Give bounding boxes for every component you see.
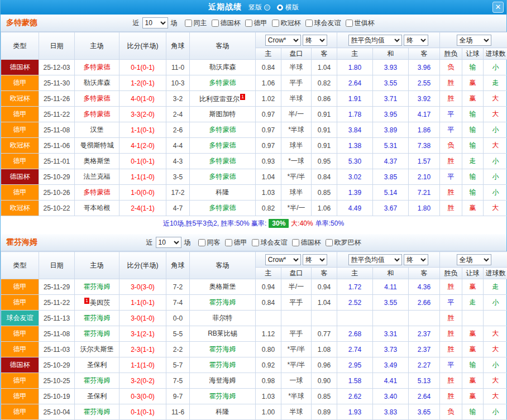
league-filter-checkbox[interactable]	[198, 239, 205, 246]
match-type-cell: 德甲	[1, 107, 39, 122]
league-filter[interactable]: 世俱杯	[346, 18, 375, 28]
match-count-select[interactable]: 10	[156, 237, 181, 248]
match-date-cell: 25-11-13	[39, 311, 75, 326]
league-filter[interactable]: 同客	[198, 238, 221, 247]
league-filter-checkbox[interactable]	[326, 239, 333, 246]
col-euro-draw: 和	[373, 48, 409, 60]
match-type-cell: 德甲	[1, 185, 39, 201]
euro-home-odds: 1.78	[337, 107, 373, 122]
home-team-name: 圣保利	[87, 361, 107, 369]
league-filter-checkbox[interactable]	[185, 20, 192, 27]
league-filter[interactable]: 德国杯	[292, 238, 321, 247]
away-team-cell: 多特蒙德	[190, 75, 256, 91]
euro-odds-select[interactable]: 胜平负均值	[348, 254, 402, 265]
corner-cell: 4-3	[166, 154, 190, 169]
handicap-line: *半球	[281, 389, 312, 404]
euro-draw-odds: 4.11	[373, 279, 409, 295]
score-cell: 4-1(2-0)	[119, 138, 166, 154]
col-euro-draw: 和	[373, 268, 409, 279]
handicap-home-odds: 0.80	[256, 342, 281, 357]
corner-cell: 9-7	[166, 389, 190, 404]
league-filter[interactable]: 德甲	[225, 238, 247, 247]
league-filter[interactable]: 欧罗巴杯	[326, 238, 361, 247]
league-filter[interactable]: 球会友谊	[252, 238, 288, 247]
home-team-name: 勒沃库森	[84, 79, 111, 87]
league-filter[interactable]: 球会友谊	[305, 18, 341, 28]
league-filter[interactable]: 欧冠杯	[272, 18, 301, 28]
win-rate-badge: 30%	[269, 219, 289, 228]
home-team-cell: 霍芬海姆	[75, 311, 119, 326]
league-filter-checkbox[interactable]	[305, 20, 313, 27]
corner-cell: 0-0	[166, 311, 190, 326]
away-team-name: 科隆	[216, 408, 229, 416]
corner-cell: 7-5	[166, 373, 190, 389]
league-filter-checkbox[interactable]	[252, 239, 259, 246]
layout-option-vertical[interactable]: 竖版	[248, 3, 270, 12]
vertical-radio[interactable]	[264, 4, 270, 11]
league-filter[interactable]: 德国杯	[212, 18, 241, 28]
corner-cell: 7-4	[166, 295, 190, 311]
layout-option-horizontal[interactable]: 横版	[277, 3, 299, 12]
home-team-cell: 多特蒙德	[75, 91, 119, 107]
team-section-0: 多特蒙德 近 10 场 同主德国杯德甲欧冠杯球会友谊世俱杯 类型 日期 主场	[1, 15, 506, 231]
euro-stage-select[interactable]: 终	[404, 254, 428, 265]
result-handicap: 输	[462, 169, 484, 185]
handicap-line: 平手	[281, 75, 312, 91]
odds-company-select[interactable]: Crow*	[265, 254, 301, 265]
league-filter-checkbox[interactable]	[346, 20, 353, 27]
away-team-cell: 霍芬海姆	[190, 357, 256, 373]
away-team-cell: 霍芬海姆	[190, 342, 256, 357]
handicap-home-odds	[256, 311, 281, 326]
league-filter[interactable]: 同主	[185, 18, 207, 28]
close-button[interactable]: ✕	[492, 2, 504, 13]
home-team-name: 沃尔夫斯堡	[80, 345, 114, 353]
result-wdl: 平	[440, 122, 462, 138]
handicap-home-odds: 1.04	[256, 169, 281, 185]
euro-home-odds: 5.30	[337, 154, 373, 169]
league-filter-checkbox[interactable]	[272, 20, 279, 27]
matches-label: 场	[184, 238, 191, 247]
away-team-name: 霍芬海姆	[209, 361, 236, 369]
result-goals: 小	[484, 169, 507, 185]
match-type-cell: 欧冠杯	[1, 201, 39, 216]
league-filter-checkbox[interactable]	[292, 239, 299, 246]
home-team-cell: 霍芬海姆	[75, 326, 119, 342]
score-cell: 2-4(1-1)	[119, 201, 166, 216]
league-filter-checkbox[interactable]	[212, 20, 219, 27]
euro-stage-select[interactable]: 终	[404, 35, 428, 46]
match-date-cell: 25-10-25	[39, 373, 75, 389]
euro-odds-select[interactable]: 胜平负均值	[348, 35, 402, 46]
away-team-cell: 奥格斯堡	[190, 279, 256, 295]
match-count-select[interactable]: 10	[142, 17, 168, 28]
league-filter-checkbox[interactable]	[245, 20, 252, 27]
away-team-name: 多特蒙德	[209, 141, 236, 149]
match-type-cell: 球会友谊	[1, 311, 39, 326]
handicap-home-odds: 1.12	[256, 326, 281, 342]
result-scope-select[interactable]: 全场	[457, 254, 491, 265]
league-filter-checkbox[interactable]	[225, 239, 232, 246]
handicap-home-odds: 0.98	[256, 373, 281, 389]
odds-stage-select[interactable]: 终	[303, 35, 327, 46]
horizontal-radio[interactable]	[277, 4, 283, 11]
odds-company-select[interactable]: Crow*	[265, 35, 301, 46]
result-wdl: 胜	[440, 389, 462, 404]
league-filter-label: 同主	[194, 18, 207, 28]
euro-odds-group: 胜平负均值 终	[337, 252, 440, 268]
match-type-cell: 德甲	[1, 389, 39, 404]
handicap-away-odds: 0.91	[312, 122, 337, 138]
corner-cell: 10-3	[166, 75, 190, 91]
handicap-away-odds	[312, 311, 337, 326]
odds-stage-select[interactable]: 终	[303, 254, 327, 265]
league-filter[interactable]: 德甲	[245, 18, 267, 28]
table-head: 类型 日期 主场 比分(半场) 角球 客场 Crow* 终 胜平负均值 终	[1, 32, 507, 60]
euro-home-odds: 1.38	[337, 138, 373, 154]
handicap-line: 平手	[281, 326, 312, 342]
result-handicap: 输	[462, 185, 484, 201]
league-filter-label: 世俱杯	[355, 18, 375, 28]
matches-label: 场	[171, 18, 178, 28]
result-scope-select[interactable]: 全场	[457, 35, 491, 46]
league-filter-label: 球会友谊	[314, 18, 341, 28]
match-row: 德甲25-11-22多特蒙德3-3(2-0)2-4斯图加特0.97半/一0.91…	[1, 107, 507, 122]
home-team-cell: 汉堡	[75, 122, 119, 138]
match-row: 德甲25-11-221美因茨1-1(0-1)7-4霍芬海姆0.84平手1.042…	[1, 295, 507, 311]
